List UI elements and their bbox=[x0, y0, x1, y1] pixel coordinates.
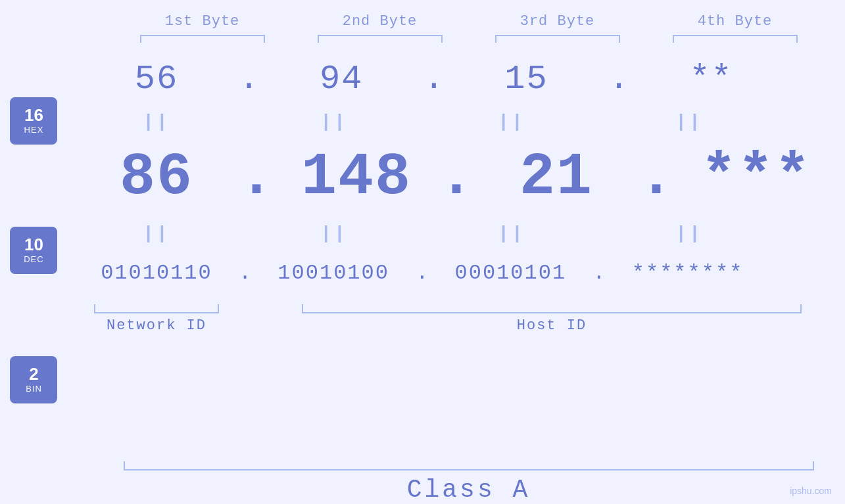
class-label: Class A bbox=[124, 476, 814, 504]
eq2-cell-1: || bbox=[68, 221, 245, 245]
bin-val-1: 01010110 bbox=[101, 261, 212, 285]
equals-row-2: || || || || bbox=[68, 220, 845, 246]
bracket-byte1 bbox=[114, 35, 291, 43]
dec-cell-3: 21 bbox=[468, 144, 645, 211]
hex-row: 56 . 94 . 15 . ** bbox=[68, 49, 845, 108]
hex-cell-4: ** bbox=[623, 60, 800, 99]
dec-val-4: *** bbox=[701, 144, 811, 211]
bracket-byte2 bbox=[291, 35, 469, 43]
bin-badge: 2 BIN bbox=[10, 356, 57, 403]
hex-val-2: 94 bbox=[320, 60, 363, 99]
class-row: Class A bbox=[0, 476, 845, 504]
badges-column: 16 HEX 10 DEC 2 BIN bbox=[0, 49, 68, 451]
host-id-label: Host ID bbox=[258, 317, 845, 334]
hex-badge-num: 16 bbox=[24, 106, 43, 124]
net-bracket-line bbox=[94, 304, 219, 313]
bottom-brackets-row bbox=[68, 304, 845, 313]
dec-row: 86 . 148 . 21 . *** bbox=[68, 135, 845, 220]
byte-headers-row: 1st Byte 2nd Byte 3rd Byte 4th Byte bbox=[0, 0, 845, 30]
full-bracket-line bbox=[124, 461, 814, 470]
dec-badge-num: 10 bbox=[24, 236, 43, 253]
bin-val-4: ******** bbox=[632, 261, 744, 285]
bin-badge-label: BIN bbox=[26, 384, 42, 394]
byte2-header: 2nd Byte bbox=[291, 13, 469, 30]
eq-cell-3: || bbox=[423, 110, 600, 133]
hex-badge: 16 HEX bbox=[10, 97, 57, 145]
hex-cell-3: 15 bbox=[437, 60, 615, 99]
main-container: 1st Byte 2nd Byte 3rd Byte 4th Byte 16 H… bbox=[0, 0, 845, 504]
top-brackets-row bbox=[0, 35, 845, 43]
dec-cell-2: 148 bbox=[268, 144, 445, 211]
bracket-byte4 bbox=[646, 35, 824, 43]
eq2-cell-3: || bbox=[423, 221, 600, 245]
bottom-bracket-host bbox=[258, 304, 845, 313]
dec-val-3: 21 bbox=[519, 144, 593, 211]
bin-row: 01010110 . 10010100 . 00010101 . *******… bbox=[68, 246, 845, 299]
hex-cell-1: 56 bbox=[68, 60, 245, 99]
main-grid: 16 HEX 10 DEC 2 BIN 56 . 94 bbox=[0, 49, 845, 451]
id-labels-row: Network ID Host ID bbox=[68, 317, 845, 334]
byte3-header: 3rd Byte bbox=[469, 13, 646, 30]
bottom-bracket-net bbox=[68, 304, 245, 313]
eq-cell-1: || bbox=[68, 110, 245, 133]
network-id-label: Network ID bbox=[68, 317, 245, 334]
hex-val-4: ** bbox=[689, 60, 733, 99]
dec-val-2: 148 bbox=[301, 144, 412, 211]
values-area: 56 . 94 . 15 . ** || || || || bbox=[68, 49, 845, 451]
bracket-line-byte2 bbox=[318, 35, 443, 43]
equals-row-1: || || || || bbox=[68, 108, 845, 135]
bracket-line-byte4 bbox=[673, 35, 798, 43]
dec-badge: 10 DEC bbox=[10, 227, 57, 274]
dec-cell-4: *** bbox=[667, 144, 845, 211]
dec-cell-1: 86 bbox=[68, 144, 245, 211]
bin-cell-4: ******** bbox=[599, 261, 777, 285]
eq2-cell-4: || bbox=[600, 221, 778, 245]
hex-val-3: 15 bbox=[504, 60, 548, 99]
watermark: ipshu.com bbox=[790, 486, 832, 496]
dec-val-1: 86 bbox=[120, 144, 193, 211]
hex-cell-2: 94 bbox=[253, 60, 430, 99]
bin-val-2: 10010100 bbox=[278, 261, 389, 285]
full-bottom-bracket-row bbox=[0, 461, 845, 470]
bracket-line-byte3 bbox=[495, 35, 620, 43]
dec-badge-label: DEC bbox=[24, 254, 43, 264]
byte4-header: 4th Byte bbox=[646, 13, 824, 30]
hex-badge-label: HEX bbox=[24, 125, 44, 135]
bin-cell-3: 00010101 bbox=[422, 261, 599, 285]
bin-badge-num: 2 bbox=[29, 365, 38, 382]
eq-cell-2: || bbox=[245, 110, 423, 133]
bin-cell-2: 10010100 bbox=[245, 261, 422, 285]
byte1-header: 1st Byte bbox=[114, 13, 291, 30]
bin-cell-1: 01010110 bbox=[68, 261, 245, 285]
eq2-cell-2: || bbox=[245, 221, 423, 245]
hex-val-1: 56 bbox=[135, 60, 178, 99]
eq-cell-4: || bbox=[600, 110, 778, 133]
bin-val-3: 00010101 bbox=[455, 261, 567, 285]
host-bracket-line bbox=[302, 304, 802, 313]
bracket-byte3 bbox=[469, 35, 646, 43]
bracket-line-byte1 bbox=[140, 35, 265, 43]
